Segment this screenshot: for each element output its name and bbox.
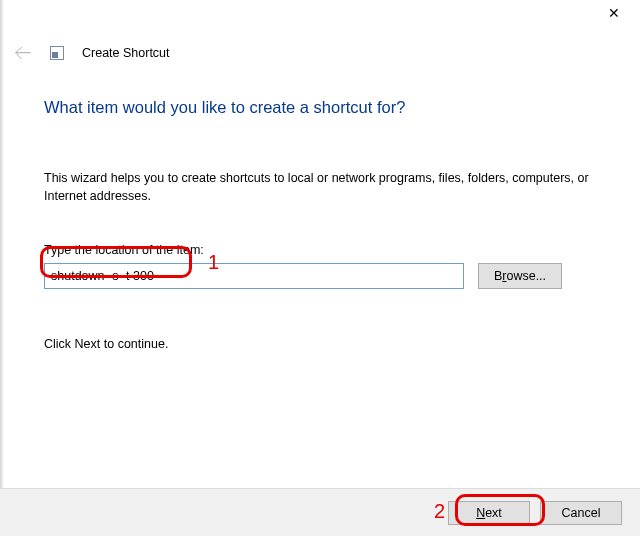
shortcut-icon bbox=[50, 46, 64, 60]
back-arrow-icon: 🡠 bbox=[14, 44, 32, 62]
next-button[interactable]: Next bbox=[448, 501, 530, 525]
close-icon[interactable]: ✕ bbox=[600, 4, 628, 24]
location-field-label: Type the location of the item: bbox=[44, 243, 600, 257]
dialog-header: 🡠 Create Shortcut bbox=[14, 44, 170, 62]
page-heading: What item would you like to create a sho… bbox=[44, 98, 600, 117]
location-input-row: Browse... bbox=[44, 263, 600, 289]
dialog-title: Create Shortcut bbox=[82, 46, 170, 60]
window-left-shadow bbox=[0, 0, 4, 536]
dialog-content: What item would you like to create a sho… bbox=[44, 98, 600, 351]
browse-button[interactable]: Browse... bbox=[478, 263, 562, 289]
location-input[interactable] bbox=[44, 263, 464, 289]
continue-hint: Click Next to continue. bbox=[44, 337, 600, 351]
dialog-footer: Next Cancel bbox=[0, 488, 640, 536]
wizard-description: This wizard helps you to create shortcut… bbox=[44, 169, 600, 205]
cancel-button[interactable]: Cancel bbox=[540, 501, 622, 525]
titlebar: ✕ bbox=[600, 0, 640, 30]
